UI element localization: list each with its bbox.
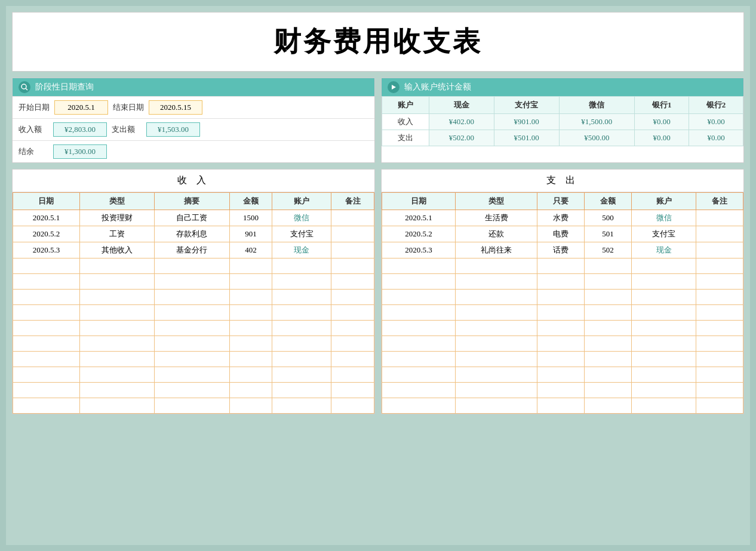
table-cell[interactable] bbox=[331, 383, 374, 398]
table-cell[interactable] bbox=[331, 305, 374, 321]
table-cell[interactable] bbox=[13, 290, 80, 305]
table-cell[interactable]: 自己工资 bbox=[155, 210, 229, 226]
table-cell[interactable] bbox=[155, 336, 229, 352]
table-cell[interactable] bbox=[79, 321, 154, 336]
table-cell[interactable] bbox=[382, 352, 456, 367]
table-cell[interactable] bbox=[455, 367, 537, 383]
table-cell[interactable]: 500 bbox=[585, 210, 632, 226]
table-cell[interactable]: 402 bbox=[229, 242, 272, 258]
table-cell[interactable] bbox=[79, 383, 154, 398]
table-cell[interactable] bbox=[696, 367, 743, 383]
table-cell[interactable] bbox=[631, 336, 696, 352]
table-cell[interactable]: 微信 bbox=[631, 210, 696, 226]
table-cell[interactable] bbox=[696, 398, 743, 414]
table-cell[interactable] bbox=[229, 352, 272, 367]
table-cell[interactable] bbox=[382, 383, 456, 398]
table-cell[interactable] bbox=[331, 226, 374, 242]
table-cell[interactable] bbox=[382, 274, 456, 290]
table-cell[interactable]: 还款 bbox=[455, 226, 537, 242]
table-cell[interactable]: 水费 bbox=[537, 210, 585, 226]
table-cell[interactable] bbox=[272, 398, 331, 414]
table-cell[interactable] bbox=[13, 305, 80, 321]
table-cell[interactable]: 2020.5.3 bbox=[382, 242, 456, 258]
table-cell[interactable] bbox=[382, 258, 456, 274]
table-cell[interactable] bbox=[696, 305, 743, 321]
table-cell[interactable] bbox=[13, 352, 80, 367]
table-cell[interactable] bbox=[537, 398, 585, 414]
table-cell[interactable] bbox=[155, 383, 229, 398]
table-cell[interactable] bbox=[13, 336, 80, 352]
table-cell[interactable] bbox=[585, 321, 632, 336]
table-cell[interactable] bbox=[537, 383, 585, 398]
table-cell[interactable]: 1500 bbox=[229, 210, 272, 226]
table-cell[interactable] bbox=[79, 367, 154, 383]
table-cell[interactable] bbox=[272, 321, 331, 336]
table-cell[interactable]: 其他收入 bbox=[79, 242, 154, 258]
table-cell[interactable] bbox=[331, 210, 374, 226]
table-cell[interactable]: 502 bbox=[585, 242, 632, 258]
table-cell[interactable] bbox=[331, 352, 374, 367]
table-cell[interactable] bbox=[272, 274, 331, 290]
table-cell[interactable] bbox=[382, 336, 456, 352]
table-cell[interactable]: 现金 bbox=[631, 242, 696, 258]
table-cell[interactable]: 支付宝 bbox=[272, 226, 331, 242]
table-cell[interactable] bbox=[13, 383, 80, 398]
table-cell[interactable]: 电费 bbox=[537, 226, 585, 242]
table-cell[interactable] bbox=[585, 258, 632, 274]
table-cell[interactable]: 礼尚往来 bbox=[455, 242, 537, 258]
end-date-value[interactable]: 2020.5.15 bbox=[149, 100, 202, 115]
table-cell[interactable] bbox=[331, 242, 374, 258]
table-cell[interactable] bbox=[455, 352, 537, 367]
table-cell[interactable] bbox=[331, 398, 374, 414]
table-cell[interactable] bbox=[696, 258, 743, 274]
table-cell[interactable] bbox=[696, 383, 743, 398]
table-cell[interactable] bbox=[155, 258, 229, 274]
table-cell[interactable] bbox=[537, 305, 585, 321]
play-icon[interactable] bbox=[388, 81, 399, 93]
table-cell[interactable] bbox=[455, 321, 537, 336]
table-cell[interactable] bbox=[537, 367, 585, 383]
table-cell[interactable] bbox=[455, 398, 537, 414]
table-cell[interactable] bbox=[631, 258, 696, 274]
table-cell[interactable] bbox=[272, 305, 331, 321]
table-cell[interactable] bbox=[272, 367, 331, 383]
table-cell[interactable] bbox=[631, 290, 696, 305]
table-cell[interactable] bbox=[631, 383, 696, 398]
table-cell[interactable] bbox=[631, 398, 696, 414]
table-cell[interactable]: 2020.5.2 bbox=[13, 226, 80, 242]
table-cell[interactable] bbox=[382, 305, 456, 321]
table-cell[interactable]: 2020.5.1 bbox=[382, 210, 456, 226]
table-cell[interactable] bbox=[382, 398, 456, 414]
table-cell[interactable] bbox=[155, 367, 229, 383]
table-cell[interactable] bbox=[155, 321, 229, 336]
table-cell[interactable] bbox=[79, 352, 154, 367]
table-cell[interactable] bbox=[537, 258, 585, 274]
table-cell[interactable] bbox=[13, 367, 80, 383]
table-cell[interactable] bbox=[13, 398, 80, 414]
table-cell[interactable] bbox=[79, 398, 154, 414]
table-cell[interactable] bbox=[382, 367, 456, 383]
table-cell[interactable] bbox=[455, 290, 537, 305]
table-cell[interactable]: 微信 bbox=[272, 210, 331, 226]
table-cell[interactable] bbox=[537, 336, 585, 352]
table-cell[interactable] bbox=[229, 258, 272, 274]
table-cell[interactable] bbox=[631, 367, 696, 383]
table-cell[interactable] bbox=[155, 398, 229, 414]
table-cell[interactable] bbox=[272, 383, 331, 398]
table-cell[interactable] bbox=[79, 336, 154, 352]
table-cell[interactable] bbox=[155, 290, 229, 305]
table-cell[interactable] bbox=[696, 210, 743, 226]
table-cell[interactable] bbox=[79, 258, 154, 274]
table-cell[interactable] bbox=[696, 290, 743, 305]
table-cell[interactable]: 901 bbox=[229, 226, 272, 242]
table-cell[interactable]: 2020.5.2 bbox=[382, 226, 456, 242]
table-cell[interactable]: 投资理财 bbox=[79, 210, 154, 226]
table-cell[interactable]: 支付宝 bbox=[631, 226, 696, 242]
table-cell[interactable] bbox=[585, 352, 632, 367]
table-cell[interactable] bbox=[331, 336, 374, 352]
table-cell[interactable]: 基金分行 bbox=[155, 242, 229, 258]
table-cell[interactable] bbox=[696, 336, 743, 352]
table-cell[interactable] bbox=[585, 383, 632, 398]
table-cell[interactable] bbox=[455, 305, 537, 321]
table-cell[interactable] bbox=[272, 290, 331, 305]
